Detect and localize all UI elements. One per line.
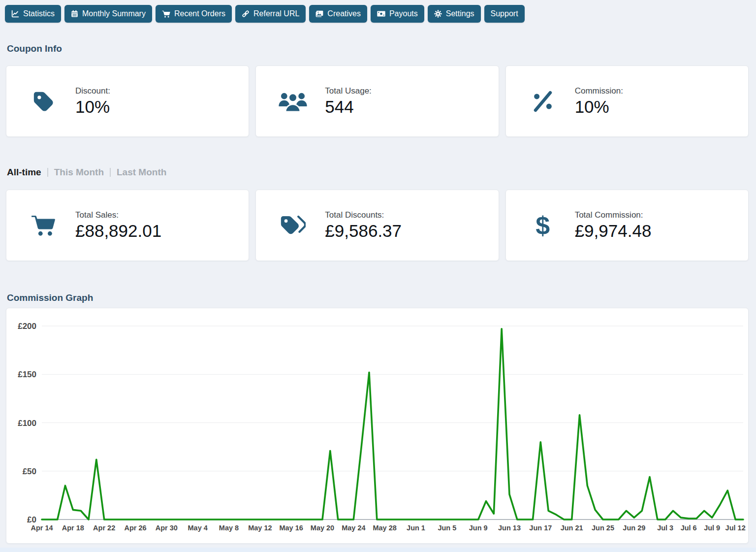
gear-icon bbox=[434, 10, 442, 18]
card-text: Commission:10% bbox=[575, 86, 623, 116]
nav-support-button[interactable]: Support bbox=[484, 5, 525, 23]
x-axis-tick-label: Apr 18 bbox=[62, 524, 84, 532]
nav-button-label: Payouts bbox=[389, 9, 418, 18]
nav-button-label: Statistics bbox=[23, 9, 55, 18]
chart-line-icon bbox=[11, 10, 19, 18]
card-total-usage: Total Usage:544 bbox=[255, 65, 499, 137]
tags-icon bbox=[279, 214, 307, 236]
link-icon bbox=[242, 10, 250, 18]
x-axis-tick-label: Jun 29 bbox=[623, 524, 645, 532]
images-icon bbox=[315, 10, 323, 18]
nav-button-label: Referral URL bbox=[253, 9, 299, 18]
affiliate-dashboard: StatisticsMonthly SummaryRecent OrdersRe… bbox=[0, 0, 756, 544]
y-axis-tick-label: £200 bbox=[18, 322, 36, 331]
card-label: Commission: bbox=[575, 86, 623, 96]
commission-chart: £0£50£100£150£200Apr 14Apr 18Apr 22Apr 2… bbox=[6, 308, 749, 543]
nav-statistics-button[interactable]: Statistics bbox=[5, 5, 61, 23]
tab-separator bbox=[47, 168, 48, 177]
x-axis-tick-label: Jun 1 bbox=[407, 524, 425, 532]
card-label: Discount: bbox=[75, 86, 110, 96]
y-axis-tick-label: £100 bbox=[18, 419, 36, 428]
x-axis-tick-label: Apr 30 bbox=[156, 524, 178, 532]
top-nav: StatisticsMonthly SummaryRecent OrdersRe… bbox=[0, 0, 756, 23]
y-axis-tick-label: £0 bbox=[27, 515, 36, 524]
card-value: £9,974.48 bbox=[575, 222, 652, 240]
card-value: 10% bbox=[575, 98, 623, 116]
users-icon bbox=[279, 91, 307, 112]
nav-referral-url-button[interactable]: Referral URL bbox=[235, 5, 306, 23]
nav-button-label: Recent Orders bbox=[174, 9, 225, 18]
card-label: Total Usage: bbox=[325, 86, 372, 96]
card-value: 10% bbox=[75, 98, 110, 116]
card-label: Total Discounts: bbox=[325, 210, 402, 220]
commission-line-series bbox=[42, 329, 743, 520]
cart-icon bbox=[162, 10, 170, 18]
nav-button-label: Support bbox=[491, 9, 518, 18]
card-discount: Discount:10% bbox=[6, 65, 249, 137]
coupon-info-heading: Coupon Info bbox=[0, 43, 756, 54]
x-axis-tick-label: Jul 9 bbox=[704, 524, 720, 532]
card-value: £9,586.37 bbox=[325, 222, 402, 240]
y-axis-tick-label: £50 bbox=[23, 467, 36, 476]
x-axis-tick-label: Jun 17 bbox=[529, 524, 552, 532]
calendar-icon bbox=[71, 10, 78, 18]
card-label: Total Sales: bbox=[75, 210, 161, 220]
x-axis-tick-label: May 8 bbox=[219, 524, 239, 532]
card-value: £88,892.01 bbox=[75, 222, 161, 240]
percent-icon bbox=[529, 91, 557, 112]
nav-button-label: Creatives bbox=[327, 9, 361, 18]
x-axis-tick-label: May 4 bbox=[188, 524, 208, 532]
tab-separator bbox=[110, 168, 111, 177]
card-text: Total Sales:£88,892.01 bbox=[75, 210, 161, 240]
x-axis-tick-label: Jun 25 bbox=[592, 524, 614, 532]
card-commission: Commission:10% bbox=[505, 65, 749, 137]
card-total-sales: Total Sales:£88,892.01 bbox=[6, 190, 249, 261]
x-axis-tick-label: Jul 6 bbox=[681, 524, 697, 532]
nav-settings-button[interactable]: Settings bbox=[428, 5, 481, 23]
x-axis-tick-label: May 12 bbox=[248, 524, 272, 532]
commission-graph-heading: Commission Graph bbox=[0, 292, 756, 303]
card-total-discounts: Total Discounts:£9,586.37 bbox=[255, 190, 499, 261]
commission-chart-card: £0£50£100£150£200Apr 14Apr 18Apr 22Apr 2… bbox=[6, 308, 749, 544]
tab-this-month[interactable]: This Month bbox=[54, 167, 104, 178]
card-text: Total Commission:£9,974.48 bbox=[575, 210, 652, 240]
nav-button-label: Monthly Summary bbox=[82, 9, 146, 18]
x-axis-tick-label: May 20 bbox=[311, 524, 334, 532]
dollar-icon: $ bbox=[529, 214, 557, 237]
x-axis-tick-label: Apr 22 bbox=[93, 524, 115, 532]
totals-cards: Total Sales:£88,892.01Total Discounts:£9… bbox=[6, 190, 749, 261]
x-axis-tick-label: May 16 bbox=[279, 524, 303, 532]
card-label: Total Commission: bbox=[575, 210, 652, 220]
card-text: Discount:10% bbox=[75, 86, 110, 116]
nav-recent-orders-button[interactable]: Recent Orders bbox=[156, 5, 232, 23]
x-axis-tick-label: Apr 14 bbox=[31, 524, 53, 532]
nav-creatives-button[interactable]: Creatives bbox=[309, 5, 367, 23]
x-axis-tick-label: May 28 bbox=[373, 524, 396, 532]
coupon-info-cards: Discount:10%Total Usage:544Commission:10… bbox=[6, 65, 749, 137]
card-total-commission: $Total Commission:£9,974.48 bbox=[505, 190, 749, 261]
tab-all-time[interactable]: All-time bbox=[7, 167, 41, 178]
nav-monthly-summary-button[interactable]: Monthly Summary bbox=[64, 5, 152, 23]
period-tabs: All-timeThis MonthLast Month bbox=[7, 166, 756, 178]
card-text: Total Discounts:£9,586.37 bbox=[325, 210, 402, 240]
x-axis-tick-label: Jun 13 bbox=[498, 524, 521, 532]
money-icon bbox=[377, 10, 385, 17]
y-axis-tick-label: £150 bbox=[18, 370, 36, 379]
tag-icon bbox=[29, 90, 58, 113]
nav-button-label: Settings bbox=[446, 9, 474, 18]
x-axis-tick-label: May 24 bbox=[342, 524, 365, 532]
x-axis-tick-label: Jul 3 bbox=[657, 524, 673, 532]
footer-strip bbox=[0, 548, 756, 552]
x-axis-tick-label: Apr 26 bbox=[124, 524, 146, 532]
card-text: Total Usage:544 bbox=[325, 86, 372, 116]
x-axis-tick-label: Jun 21 bbox=[561, 524, 583, 532]
x-axis-tick-label: Jun 9 bbox=[469, 524, 488, 532]
tab-last-month[interactable]: Last Month bbox=[117, 167, 166, 178]
card-value: 544 bbox=[325, 98, 372, 116]
nav-payouts-button[interactable]: Payouts bbox=[371, 5, 424, 23]
x-axis-tick-label: Jul 12 bbox=[725, 524, 746, 532]
x-axis-tick-label: Jun 5 bbox=[438, 524, 456, 532]
cart-icon bbox=[29, 215, 58, 236]
